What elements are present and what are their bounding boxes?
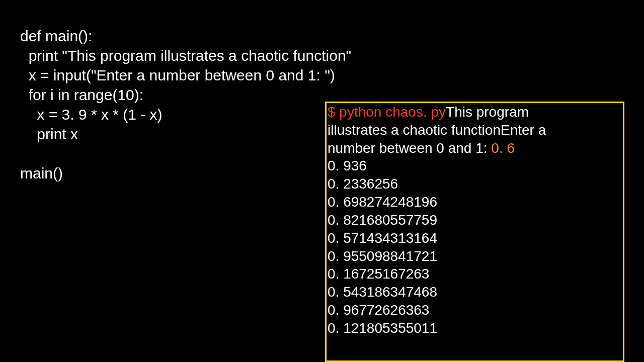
terminal-text: Enter a [501, 122, 546, 138]
terminal-line: 0. 821680557759 [328, 211, 622, 229]
terminal-command: $ python chaos. py [328, 104, 446, 120]
terminal-line: illustrates a chaotic functionEnter a [328, 121, 622, 139]
terminal-line: 0. 121805355011 [328, 319, 622, 337]
terminal-text: number between 0 and 1: [328, 140, 491, 156]
terminal-line: 0. 543186347468 [328, 283, 622, 301]
terminal-line: 0. 698274248196 [328, 193, 622, 211]
terminal-line: 0. 571434313164 [328, 229, 622, 247]
terminal-line: 0. 16725167263 [328, 265, 622, 283]
terminal-line: number between 0 and 1: 0. 6 [328, 139, 622, 157]
terminal-line: $ python chaos. pyThis program [328, 103, 622, 121]
terminal-user-input: 0. 6 [491, 140, 515, 156]
terminal-line: 0. 2336256 [328, 175, 622, 193]
terminal-text: illustrates a chaotic function [328, 122, 501, 138]
terminal-text: This program [446, 104, 529, 120]
terminal-line: 0. 955098841721 [328, 247, 622, 265]
terminal-output-box: $ python chaos. pyThis program illustrat… [325, 102, 624, 362]
terminal-line: 0. 936 [328, 157, 622, 175]
code-block: def main(): print "This program illustra… [20, 26, 351, 183]
terminal-line: 0. 96772626363 [328, 301, 622, 319]
